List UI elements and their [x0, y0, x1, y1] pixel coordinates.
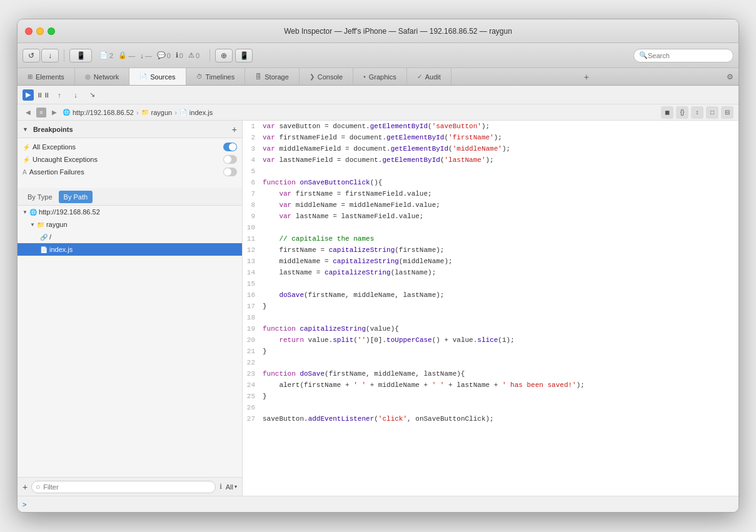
- step-continue-button[interactable]: ↘: [85, 89, 99, 101]
- download-button[interactable]: ↓: [41, 49, 59, 63]
- code-line-9: 9 var lastName = lastNameField.value;: [243, 211, 738, 222]
- all-exceptions-toggle[interactable]: [223, 143, 237, 151]
- minimize-button[interactable]: [36, 28, 44, 35]
- by-type-button[interactable]: By Type: [23, 191, 58, 203]
- format-button[interactable]: {}: [676, 106, 688, 119]
- close-button[interactable]: [25, 28, 33, 35]
- breakpoints-header: ▼ Breakpoints +: [18, 121, 242, 138]
- line-content: lastName = capitalizeString(lastName);: [263, 267, 738, 278]
- line-number: 18: [243, 312, 263, 323]
- badge-download: ↓ —: [140, 52, 152, 59]
- timelines-icon: ⏱: [196, 73, 203, 80]
- search-icon: 🔍: [639, 51, 648, 59]
- line-content: var firstNameField = document.getElement…: [263, 132, 738, 143]
- line-content: // capitalise the names: [263, 233, 738, 244]
- add-breakpoint-button[interactable]: +: [232, 125, 237, 134]
- line-number: 13: [243, 256, 263, 267]
- split-button[interactable]: □: [706, 106, 718, 119]
- view-selector: By Type By Path: [18, 188, 242, 206]
- code-editor[interactable]: 1var saveButton = document.getElementByI…: [243, 121, 738, 496]
- code-line-1: 1var saveButton = document.getElementByI…: [243, 121, 738, 132]
- tab-storage[interactable]: 🗄 Storage: [245, 68, 300, 85]
- forward-button[interactable]: ▶: [49, 107, 60, 118]
- tab-timelines[interactable]: ⏱ Timelines: [186, 68, 246, 85]
- host-icon: 🌐: [63, 109, 70, 116]
- assertion-toggle[interactable]: [223, 168, 237, 176]
- expand-button[interactable]: ↕: [691, 106, 703, 119]
- line-number: 26: [243, 402, 263, 413]
- line-number: 19: [243, 323, 263, 334]
- nav-buttons: ↺ ↓: [23, 49, 59, 63]
- line-content: var lastName = lastNameField.value;: [263, 211, 738, 222]
- path-segment-file[interactable]: 📄 index.js: [179, 109, 213, 116]
- line-content: function capitalizeString(value){: [263, 323, 738, 334]
- file-tree-root-slash[interactable]: 🔗 /: [18, 231, 242, 243]
- fullscreen-button[interactable]: [48, 28, 55, 35]
- code-line-10: 10: [243, 222, 738, 233]
- code-line-15: 15: [243, 278, 738, 289]
- tab-network[interactable]: ◎ Network: [75, 68, 129, 85]
- add-resource-button[interactable]: +: [23, 482, 28, 492]
- line-content: alert(firstName + ' ' + middleName + ' '…: [263, 379, 738, 391]
- path-segment-host[interactable]: 🌐 http://192.168.86.52: [63, 109, 134, 116]
- line-number: 24: [243, 379, 263, 391]
- debugger-toolbar: ▶ ⏸⏸ ↑ ↓ ↘: [18, 86, 738, 104]
- tab-sources[interactable]: 📄 Sources: [129, 68, 186, 85]
- badge-area: 📄 2 🔒 — ↓ — 💬 0 ℹ 0 ⚠ 0: [99, 51, 199, 59]
- device-button[interactable]: 📱: [235, 49, 253, 63]
- all-dropdown[interactable]: All ▾: [226, 483, 237, 491]
- folder-label: raygun: [151, 109, 173, 116]
- breakpoints-collapse[interactable]: ▼: [23, 126, 28, 133]
- root-label: http://192.168.86.52: [39, 208, 100, 216]
- line-number: 27: [243, 413, 263, 424]
- search-box[interactable]: 🔍: [633, 49, 733, 63]
- uncaught-toggle[interactable]: [223, 155, 237, 164]
- path-segment-folder[interactable]: 📁 raygun: [141, 109, 173, 116]
- network-icon: ◎: [85, 73, 91, 80]
- line-number: 23: [243, 368, 263, 379]
- code-line-24: 24 alert(firstName + ' ' + middleName + …: [243, 379, 738, 391]
- tab-graphics[interactable]: ▪ Graphics: [353, 68, 407, 85]
- filter-input-wrap[interactable]: ⊙: [31, 481, 216, 493]
- tab-audit[interactable]: ✓ Audit: [407, 68, 451, 85]
- reload-button[interactable]: ↺: [23, 49, 40, 63]
- sidebar-footer: + ⊙ ℹ All ▾: [18, 477, 242, 496]
- tab-add-button[interactable]: +: [579, 68, 594, 85]
- breakpoint-assertion[interactable]: A Assertion Failures: [18, 166, 242, 178]
- tab-console[interactable]: ❯ Console: [300, 68, 353, 85]
- tab-settings-button[interactable]: ⚙: [722, 68, 738, 85]
- filter-input[interactable]: [43, 483, 211, 491]
- breakpoint-all-exceptions[interactable]: ⚡ All Exceptions: [18, 141, 242, 153]
- file-tree-indexjs[interactable]: 📄 index.js: [18, 243, 242, 256]
- show-sources-button[interactable]: ≡: [36, 108, 46, 118]
- pause-resume-button[interactable]: ▶: [23, 89, 34, 101]
- path-bar: ◀ ≡ ▶ 🌐 http://192.168.86.52 › 📁 raygun …: [18, 104, 738, 121]
- file-tree-root[interactable]: ▼ 🌐 http://192.168.86.52: [18, 206, 242, 218]
- theme-button[interactable]: ◼: [661, 106, 673, 119]
- line-content: var middleName = middleNameField.value;: [263, 199, 738, 211]
- breakpoint-uncaught[interactable]: ⚡ Uncaught Exceptions: [18, 153, 242, 166]
- search-input[interactable]: [648, 52, 729, 59]
- code-line-3: 3var middleNameField = document.getEleme…: [243, 143, 738, 154]
- uncaught-label: Uncaught Exceptions: [33, 156, 98, 163]
- sidebar: ▼ Breakpoints + ⚡ All Exceptions ⚡ Uncau…: [18, 121, 243, 496]
- line-content: firstName = capitalizeString(firstName);: [263, 244, 738, 256]
- tab-elements[interactable]: ⊞ Elements: [18, 68, 75, 85]
- by-path-button[interactable]: By Path: [59, 191, 93, 203]
- line-number: 4: [243, 154, 263, 166]
- code-line-7: 7 var firstName = firstNameField.value;: [243, 188, 738, 199]
- back-button[interactable]: ◀: [23, 107, 34, 118]
- file-tree-raygun[interactable]: ▼ 📁 raygun: [18, 218, 242, 231]
- line-number: 20: [243, 334, 263, 346]
- step-out-button[interactable]: ↓: [69, 89, 83, 101]
- line-number: 11: [243, 233, 263, 244]
- code-line-5: 5: [243, 166, 738, 177]
- storage-icon: 🗄: [255, 73, 261, 80]
- target-button[interactable]: ⊕: [215, 49, 233, 63]
- step-in-button[interactable]: ↑: [53, 89, 66, 101]
- line-number: 21: [243, 346, 263, 357]
- device-icon[interactable]: 📱: [69, 49, 92, 63]
- code-line-25: 25}: [243, 391, 738, 402]
- close-editor-button[interactable]: ⊟: [721, 106, 733, 119]
- step-over-button[interactable]: ⏸⏸: [36, 89, 50, 101]
